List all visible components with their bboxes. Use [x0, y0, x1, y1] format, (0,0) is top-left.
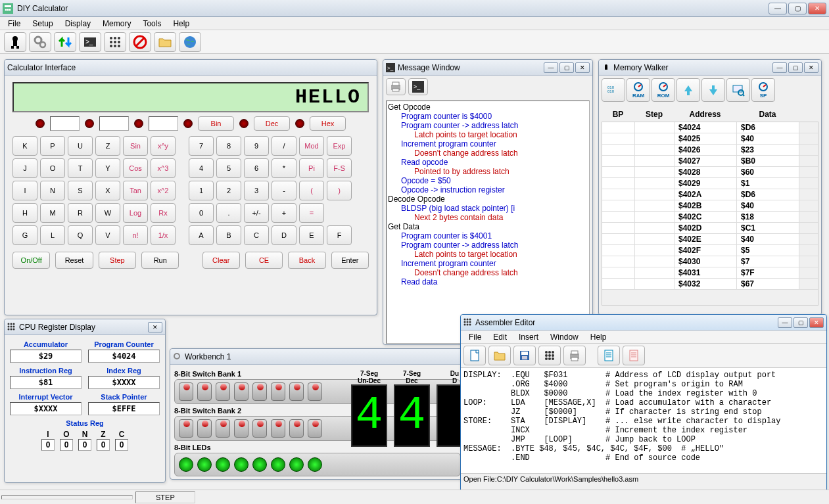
key-Tan[interactable]: Tan: [123, 181, 148, 200]
key-2[interactable]: 2: [216, 181, 241, 200]
btn-onoff[interactable]: On/Off: [12, 252, 50, 269]
memory-row[interactable]: $4026$23: [602, 145, 818, 156]
bin-chip-icon[interactable]: 010010: [602, 78, 625, 102]
run-icon[interactable]: [4, 32, 26, 52]
key-C[interactable]: C: [244, 225, 269, 245]
stop-icon[interactable]: [129, 32, 151, 52]
switch[interactable]: [289, 419, 304, 438]
msg-max-button[interactable]: ▢: [559, 62, 574, 73]
key-0[interactable]: 0: [189, 203, 214, 223]
btn-back[interactable]: Back: [288, 252, 325, 269]
arrows-icon[interactable]: [54, 32, 76, 52]
key-=[interactable]: =: [299, 203, 324, 223]
search-icon[interactable]: [726, 78, 750, 102]
close-button[interactable]: ✕: [808, 3, 826, 14]
ram-icon[interactable]: RAM: [627, 78, 650, 102]
key-1/x[interactable]: 1/x: [151, 225, 176, 245]
key-D[interactable]: D: [272, 225, 296, 245]
key-Z[interactable]: Z: [95, 136, 120, 156]
new-file-icon[interactable]: [463, 346, 486, 365]
key-U[interactable]: U: [68, 136, 93, 156]
key-1[interactable]: 1: [189, 181, 214, 200]
message-body[interactable]: Get OpcodeProgram counter is $4000Progra…: [386, 101, 590, 344]
key-/[interactable]: /: [272, 136, 296, 156]
key-Pi[interactable]: Pi: [299, 158, 324, 178]
asm-close-button[interactable]: ✕: [809, 317, 824, 328]
memory-row[interactable]: $4028$60: [602, 167, 818, 178]
key-6[interactable]: 6: [244, 158, 269, 178]
switch[interactable]: [271, 419, 285, 438]
mode-hex[interactable]: Hex: [310, 116, 346, 131]
grid2-icon[interactable]: [538, 346, 561, 365]
memory-row[interactable]: $402B$40: [602, 200, 818, 212]
console-icon[interactable]: >_: [408, 78, 428, 95]
menu-tools[interactable]: Tools: [137, 18, 166, 30]
memory-row[interactable]: $402A$D6: [602, 189, 818, 200]
switch[interactable]: [197, 382, 212, 401]
btn-reset[interactable]: Reset: [55, 252, 93, 269]
key-Mod[interactable]: Mod: [299, 136, 324, 156]
memory-rows[interactable]: $4024$D6$4025$40$4026$23$4027$B0$4028$60…: [602, 122, 818, 306]
switch[interactable]: [252, 382, 267, 401]
key-M[interactable]: M: [40, 203, 65, 223]
key-5[interactable]: 5: [216, 158, 241, 178]
memory-row[interactable]: $4024$D6: [602, 122, 818, 133]
memw-min-button[interactable]: —: [772, 62, 787, 73]
asm-menu-file[interactable]: File: [463, 331, 486, 343]
key-W[interactable]: W: [95, 203, 120, 223]
key-x^3[interactable]: x^3: [151, 158, 176, 178]
memory-row[interactable]: $4029$1: [602, 178, 818, 189]
memory-row[interactable]: $4031$7F: [602, 267, 818, 279]
minimize-button[interactable]: —: [769, 3, 787, 14]
memory-row[interactable]: $4027$B0: [602, 156, 818, 167]
key-I[interactable]: I: [12, 181, 37, 200]
key-Sin[interactable]: Sin: [123, 136, 148, 156]
key-F-S[interactable]: F-S: [327, 158, 352, 178]
key-K[interactable]: K: [12, 136, 37, 156]
asm-menu-edit[interactable]: Edit: [488, 331, 512, 343]
memw-max-button[interactable]: ▢: [788, 62, 803, 73]
key-Rx[interactable]: Rx: [151, 203, 176, 223]
print2-icon[interactable]: [563, 346, 586, 365]
asm-max-button[interactable]: ▢: [793, 317, 808, 328]
key-Cos[interactable]: Cos: [123, 158, 148, 178]
asm-menu-window[interactable]: Window: [545, 331, 584, 343]
switch[interactable]: [271, 382, 285, 401]
asm-menu-insert[interactable]: Insert: [513, 331, 544, 343]
key-+[interactable]: +: [272, 203, 296, 223]
key-F[interactable]: F: [327, 225, 352, 245]
switch[interactable]: [216, 419, 230, 438]
key-V[interactable]: V: [95, 225, 120, 245]
key-L[interactable]: L: [40, 225, 65, 245]
menu-memory[interactable]: Memory: [97, 18, 136, 30]
key-G[interactable]: G: [12, 225, 37, 245]
memory-row[interactable]: $402D$C1: [602, 223, 818, 234]
key-4[interactable]: 4: [189, 158, 214, 178]
key-9[interactable]: 9: [244, 136, 269, 156]
btn-enter[interactable]: Enter: [331, 252, 369, 269]
rom-icon[interactable]: ROM: [651, 78, 675, 102]
switch[interactable]: [234, 419, 249, 438]
menu-help[interactable]: Help: [168, 18, 195, 30]
doc2-icon[interactable]: [623, 346, 645, 365]
key-3[interactable]: 3: [244, 181, 269, 200]
memw-close-button[interactable]: ✕: [804, 62, 818, 73]
memory-row[interactable]: $4025$40: [602, 133, 818, 145]
btn-clear[interactable]: Clear: [202, 252, 240, 269]
key-T[interactable]: T: [68, 158, 93, 178]
key-R[interactable]: R: [68, 203, 93, 223]
memory-row[interactable]: $402E$40: [602, 234, 818, 245]
asm-min-button[interactable]: —: [778, 317, 792, 328]
switch[interactable]: [252, 419, 267, 438]
key-)[interactable]: ): [327, 181, 352, 200]
memory-row[interactable]: $4032$67: [602, 279, 818, 290]
down-arrow-icon[interactable]: [701, 78, 725, 102]
key-E[interactable]: E: [299, 225, 324, 245]
key-x^2[interactable]: x^2: [151, 181, 176, 200]
cpu-close-button[interactable]: ✕: [148, 322, 162, 332]
key-x^y[interactable]: x^y: [151, 136, 176, 156]
memory-row[interactable]: $402C$18: [602, 212, 818, 223]
globe-icon[interactable]: [179, 32, 201, 52]
key--[interactable]: -: [272, 181, 296, 200]
print-icon[interactable]: [386, 78, 406, 95]
